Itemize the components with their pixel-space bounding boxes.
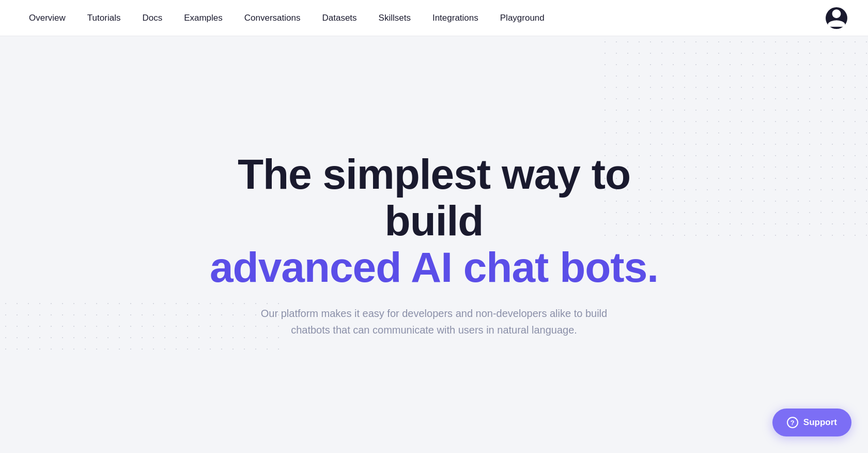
nav-item-playground[interactable]: Playground xyxy=(492,9,553,27)
nav-item-integrations[interactable]: Integrations xyxy=(424,9,487,27)
nav-item-docs[interactable]: Docs xyxy=(134,9,171,27)
user-avatar[interactable] xyxy=(826,7,847,29)
nav-item-conversations[interactable]: Conversations xyxy=(236,9,309,27)
support-label: Support xyxy=(803,417,837,428)
hero-content: The simplest way to build advanced AI ch… xyxy=(202,151,667,339)
nav-links: Overview Tutorials Docs Examples Convers… xyxy=(21,9,826,27)
support-button[interactable]: ? Support xyxy=(772,409,851,436)
nav-item-datasets[interactable]: Datasets xyxy=(314,9,365,27)
hero-title-line2: advanced AI chat bots. xyxy=(202,244,667,291)
navbar: Overview Tutorials Docs Examples Convers… xyxy=(0,0,868,36)
hero-title-line1: The simplest way to build xyxy=(202,151,667,244)
hero-subtitle: Our platform makes it easy for developer… xyxy=(258,305,610,338)
nav-item-skillsets[interactable]: Skillsets xyxy=(370,9,419,27)
support-icon: ? xyxy=(787,417,798,428)
hero-section: The simplest way to build advanced AI ch… xyxy=(0,36,868,453)
nav-item-overview[interactable]: Overview xyxy=(21,9,74,27)
nav-item-tutorials[interactable]: Tutorials xyxy=(79,9,129,27)
nav-item-examples[interactable]: Examples xyxy=(176,9,231,27)
